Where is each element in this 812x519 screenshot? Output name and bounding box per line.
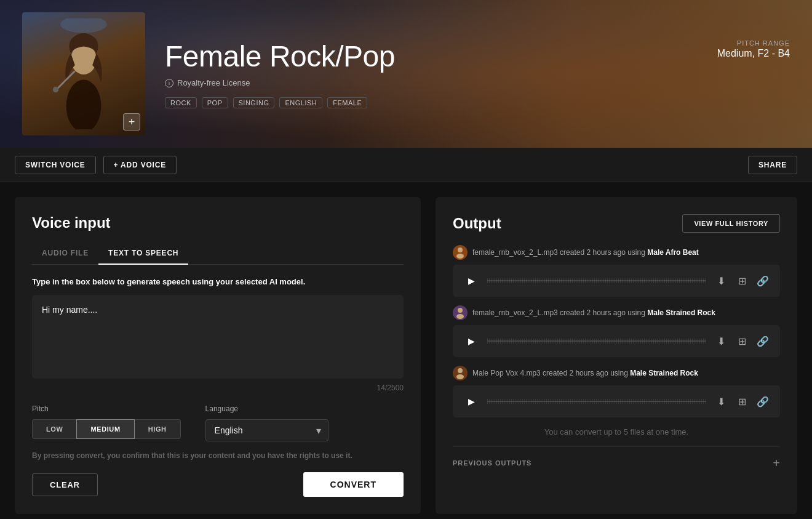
- link-button-3[interactable]: 🔗: [755, 394, 770, 409]
- hero-pitch: PITCH RANGE Medium, F2 - B4: [717, 39, 790, 59]
- play-button-2[interactable]: ▶: [463, 332, 480, 350]
- waveform-2: [487, 340, 706, 342]
- license-icon: i: [165, 79, 173, 87]
- svg-point-6: [456, 254, 464, 259]
- svg-point-8: [456, 314, 464, 319]
- input-tabs: AUDIO FILE TEXT TO SPEECH: [32, 244, 404, 265]
- output-item-1: female_rnb_vox_2_L.mp3 created 2 hours a…: [453, 245, 780, 297]
- pitch-range-value: Medium, F2 - B4: [717, 48, 790, 59]
- main-layout: Voice input AUDIO FILE TEXT TO SPEECH Ty…: [0, 182, 812, 519]
- waveform-3: [487, 401, 706, 402]
- download-button-1[interactable]: ⬇: [714, 273, 728, 288]
- play-button-3[interactable]: ▶: [463, 393, 480, 410]
- text-input-area[interactable]: Hi my name....: [32, 295, 404, 379]
- share-grid-button-3[interactable]: ⊞: [734, 394, 749, 409]
- link-button-2[interactable]: 🔗: [755, 334, 770, 348]
- pitch-high-button[interactable]: HIGH: [135, 419, 181, 439]
- player-actions-3: ⬇ ⊞ 🔗: [714, 394, 770, 409]
- download-button-3[interactable]: ⬇: [714, 394, 728, 409]
- audio-player-1: ▶ ⬇ ⊞ 🔗: [453, 265, 780, 297]
- disclaimer: By pressing convert, you confirm that th…: [32, 451, 404, 460]
- output-voice-3: Male Strained Rock: [630, 369, 698, 377]
- text-input[interactable]: Hi my name....: [42, 305, 394, 366]
- previous-outputs-label: PREVIOUS OUTPUTS: [453, 459, 531, 467]
- language-select[interactable]: English Spanish French German Japanese: [205, 419, 328, 441]
- char-count: 14/2500: [32, 384, 404, 392]
- previous-outputs-section: PREVIOUS OUTPUTS +: [453, 446, 780, 469]
- add-voice-label: + ADD VOICE: [114, 161, 166, 169]
- tag-singing: SINGING: [233, 97, 275, 108]
- pitch-medium-button[interactable]: MEDIUM: [76, 419, 134, 439]
- voice-input-title: Voice input: [32, 214, 404, 231]
- convert-button[interactable]: CONVERT: [303, 472, 404, 497]
- svg-point-0: [66, 79, 102, 129]
- tag-pop: POP: [202, 97, 228, 108]
- player-actions-1: ⬇ ⊞ 🔗: [714, 273, 770, 288]
- download-button-2[interactable]: ⬇: [714, 334, 728, 348]
- play-button-1[interactable]: ▶: [463, 272, 480, 289]
- pitch-control: Pitch LOW MEDIUM HIGH: [32, 404, 181, 441]
- output-meta-1: female_rnb_vox_2_L.mp3 created 2 hours a…: [472, 248, 699, 257]
- hero-title: Female Rock/Pop: [165, 39, 790, 73]
- output-title: Output: [453, 215, 501, 232]
- input-hint: Type in the box below to generate speech…: [32, 277, 404, 286]
- tab-text-to-speech[interactable]: TEXT TO SPEECH: [98, 244, 188, 265]
- pitch-low-button[interactable]: LOW: [32, 419, 76, 439]
- hero-tags: ROCK POP SINGING ENGLISH FEMALE: [165, 97, 790, 108]
- clear-button[interactable]: CLEAR: [32, 473, 98, 496]
- voice-input-panel: Voice input AUDIO FILE TEXT TO SPEECH Ty…: [15, 197, 421, 514]
- pitch-buttons: LOW MEDIUM HIGH: [32, 419, 181, 439]
- share-button[interactable]: SHARE: [748, 156, 797, 174]
- output-panel: Output VIEW FULL HISTORY female_rnb_vox_: [436, 197, 797, 514]
- tag-english: ENGLISH: [279, 97, 322, 108]
- waveform-1: [487, 280, 706, 281]
- toolbar-right: SHARE: [748, 156, 797, 174]
- output-avatar-2: [453, 305, 468, 320]
- svg-point-9: [458, 368, 463, 373]
- language-select-wrapper: English Spanish French German Japanese: [205, 419, 328, 441]
- add-voice-button[interactable]: + ADD VOICE: [103, 156, 177, 174]
- svg-point-4: [60, 18, 107, 33]
- language-control: Language English Spanish French German J…: [205, 404, 328, 441]
- audio-player-3: ▶ ⬇ ⊞ 🔗: [453, 385, 780, 417]
- output-avatar-1: [453, 245, 468, 260]
- output-item-3-header: Male Pop Vox 4.mp3 created 2 hours ago u…: [453, 366, 780, 380]
- switch-voice-button[interactable]: SWITCH VOICE: [15, 156, 96, 174]
- output-voice-2: Male Strained Rock: [647, 308, 715, 317]
- svg-point-7: [458, 308, 463, 313]
- svg-point-3: [53, 87, 58, 92]
- link-button-1[interactable]: 🔗: [755, 273, 770, 288]
- tag-female: FEMALE: [327, 97, 367, 108]
- output-item-3: Male Pop Vox 4.mp3 created 2 hours ago u…: [453, 366, 780, 417]
- hero-artist-image: +: [22, 12, 145, 135]
- tag-rock: ROCK: [165, 97, 197, 108]
- svg-point-5: [458, 247, 463, 252]
- hero-section: + Female Rock/Pop i Royalty-free License…: [0, 0, 812, 148]
- output-item-2-header: female_rnb_vox_2_L.mp3 created 2 hours a…: [453, 305, 780, 320]
- toolbar: SWITCH VOICE + ADD VOICE SHARE: [0, 148, 812, 182]
- controls-row: Pitch LOW MEDIUM HIGH Language English S…: [32, 404, 404, 441]
- convert-limit: You can convert up to 5 files at one tim…: [453, 427, 780, 437]
- language-label: Language: [205, 404, 328, 413]
- hero-add-button[interactable]: +: [123, 113, 140, 131]
- output-item-1-header: female_rnb_vox_2_L.mp3 created 2 hours a…: [453, 245, 780, 260]
- hero-license: i Royalty-free License: [165, 78, 790, 87]
- pitch-label: Pitch: [32, 404, 181, 413]
- output-avatar-3: [453, 366, 468, 380]
- share-grid-button-1[interactable]: ⊞: [734, 273, 749, 288]
- expand-previous-button[interactable]: +: [773, 457, 780, 469]
- pitch-range-label: PITCH RANGE: [717, 39, 790, 47]
- tab-audio-file[interactable]: AUDIO FILE: [32, 244, 98, 265]
- switch-voice-label: SWITCH VOICE: [25, 161, 86, 169]
- output-voice-1: Male Afro Beat: [647, 248, 699, 257]
- output-header: Output VIEW FULL HISTORY: [453, 214, 780, 233]
- bottom-actions: CLEAR CONVERT: [32, 472, 404, 497]
- previous-outputs-header: PREVIOUS OUTPUTS +: [453, 457, 780, 469]
- player-actions-2: ⬇ ⊞ 🔗: [714, 334, 770, 348]
- view-history-button[interactable]: VIEW FULL HISTORY: [682, 214, 780, 233]
- svg-point-10: [456, 374, 464, 379]
- share-label: SHARE: [758, 161, 787, 169]
- output-meta-2: female_rnb_vox_2_L.mp3 created 2 hours a…: [472, 308, 715, 317]
- share-grid-button-2[interactable]: ⊞: [734, 334, 749, 348]
- output-meta-3: Male Pop Vox 4.mp3 created 2 hours ago u…: [472, 369, 698, 377]
